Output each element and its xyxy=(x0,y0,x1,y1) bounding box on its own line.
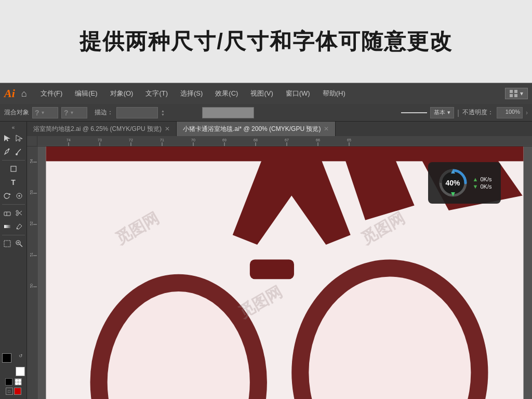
line-style-control xyxy=(401,112,427,113)
ruler-horizontal: 74 73 72 71 70 69 xyxy=(37,136,532,147)
progress-percent-text: 40% xyxy=(446,179,460,187)
svg-point-10 xyxy=(16,210,18,212)
svg-text:73: 73 xyxy=(98,138,102,142)
quick-mask-button[interactable] xyxy=(14,388,21,395)
mixed-object-label: 混合对象 xyxy=(4,108,29,117)
stroke-width-input[interactable] xyxy=(116,107,158,118)
stroke-down-icon: ▼ xyxy=(161,113,165,116)
download-speed-row: ▼ 0K/s xyxy=(473,183,492,190)
menu-help[interactable]: 帮助(H) xyxy=(317,87,351,100)
svg-text:51: 51 xyxy=(30,252,33,257)
gradient-tool-button[interactable] xyxy=(2,221,13,232)
direct-select-tool-button[interactable] xyxy=(14,132,25,144)
workspace-button[interactable]: ▾ xyxy=(505,88,528,99)
scissors-tool-button[interactable] xyxy=(14,207,25,219)
tab-1-label: 浴室简约地毯2.ai @ 6.25% (CMYK/GPU 预览) xyxy=(33,125,162,134)
svg-text:67: 67 xyxy=(285,138,289,142)
stroke-question-icon: ? xyxy=(64,109,69,117)
stroke-select[interactable]: ? ▾ xyxy=(61,107,87,118)
artwork-canvas: 觅图网 觅图网 觅图网 xyxy=(37,147,532,399)
svg-marker-0 xyxy=(4,135,10,141)
svg-text:70: 70 xyxy=(191,138,195,142)
canvas-area[interactable]: 74 73 72 71 70 69 xyxy=(27,136,532,399)
stroke-stepper[interactable]: ▲ ▼ xyxy=(161,109,165,116)
erase-tools xyxy=(0,206,26,220)
svg-marker-5 xyxy=(9,193,11,195)
line-preview xyxy=(401,112,427,113)
menu-object[interactable]: 对象(O) xyxy=(105,87,139,100)
fill-select[interactable]: ? ▾ xyxy=(32,107,58,118)
rotate-tool-button[interactable] xyxy=(2,190,13,202)
none-swatch[interactable] xyxy=(15,378,22,385)
menu-type[interactable]: 文字(T) xyxy=(140,87,173,100)
opacity-label: 不透明度： xyxy=(462,108,494,117)
tool-divider-2 xyxy=(2,204,25,205)
select-tools xyxy=(0,131,26,145)
panel-collapse-button[interactable]: « xyxy=(11,124,16,131)
ai-logo: Ai xyxy=(4,87,15,100)
speed-info: ▲ 0K/s ▼ 0K/s xyxy=(473,176,492,190)
style-dropdown[interactable]: 基本 ▾ xyxy=(430,107,454,118)
tab-file-1[interactable]: 浴室简约地毯2.ai @ 6.25% (CMYK/GPU 预览) ✕ xyxy=(27,122,177,136)
menu-file[interactable]: 文件(F) xyxy=(35,87,68,100)
control-bar-end-arrow[interactable]: › xyxy=(526,109,528,116)
stroke-color-swatch[interactable] xyxy=(16,367,25,376)
menu-effect[interactable]: 效果(C) xyxy=(210,87,243,100)
svg-rect-8 xyxy=(4,212,10,216)
tab-2-close-button[interactable]: ✕ xyxy=(324,125,329,132)
scale-tool-button[interactable] xyxy=(14,190,25,202)
tab-bar: 浴室简约地毯2.ai @ 6.25% (CMYK/GPU 预览) ✕ 小猪卡通浴… xyxy=(27,122,532,136)
type-tool-button[interactable]: T xyxy=(8,177,19,188)
menu-bar: Ai ⌂ 文件(F) 编辑(E) 对象(O) 文字(T) 选择(S) 效果(C)… xyxy=(0,83,532,104)
svg-rect-4 xyxy=(11,166,16,171)
fill-color-swatch[interactable] xyxy=(2,353,11,363)
stroke-dropdown-icon: ▾ xyxy=(71,110,73,115)
not-icon: | xyxy=(457,109,459,117)
brush-tool-button[interactable] xyxy=(14,146,25,157)
tab-file-2[interactable]: 小猪卡通浴室地毯.ai* @ 200% (CMYK/GPU 预览) ✕ xyxy=(177,122,336,136)
menu-edit[interactable]: 编辑(E) xyxy=(70,87,102,100)
reset-colors-icon[interactable]: ↺ xyxy=(19,353,25,360)
opacity-value: 100% xyxy=(506,109,520,115)
eraser-tool-button[interactable] xyxy=(2,207,13,219)
svg-text:65: 65 xyxy=(347,138,351,142)
upload-speed-row: ▲ 0K/s xyxy=(473,176,492,182)
opacity-input[interactable]: 100% xyxy=(497,107,523,118)
type-tools: T xyxy=(0,176,26,189)
stroke-color-input[interactable] xyxy=(202,107,254,118)
svg-marker-1 xyxy=(16,135,22,141)
ruler-vertical: 54 53 52 51 50 xyxy=(27,147,37,399)
shape-tools xyxy=(0,162,26,176)
artboard-tool-button[interactable] xyxy=(2,238,13,249)
ai-application: Ai ⌂ 文件(F) 编辑(E) 对象(O) 文字(T) 选择(S) 效果(C)… xyxy=(0,83,532,399)
canvas-container: 浴室简约地毯2.ai @ 6.25% (CMYK/GPU 预览) ✕ 小猪卡通浴… xyxy=(27,122,532,399)
svg-text:54: 54 xyxy=(30,159,33,163)
zoom-tool-button[interactable] xyxy=(14,238,25,249)
svg-text:53: 53 xyxy=(30,190,33,194)
home-icon[interactable]: ⌂ xyxy=(21,88,27,99)
upload-speed-value: 0K/s xyxy=(480,176,491,182)
select-tool-button[interactable] xyxy=(2,132,13,144)
svg-rect-59 xyxy=(46,147,523,161)
menu-select[interactable]: 选择(S) xyxy=(175,87,208,100)
top-banner: 提供两种尺寸/尺寸和字体可随意更改 xyxy=(0,0,532,83)
gradient-tools xyxy=(0,220,26,233)
screen-mode-button[interactable]: □ xyxy=(6,388,13,395)
eyedropper-tool-button[interactable] xyxy=(14,221,25,232)
progress-circle: 40% xyxy=(437,167,469,198)
svg-rect-16 xyxy=(4,241,10,247)
menu-view[interactable]: 视图(V) xyxy=(245,87,278,100)
rect-tool-button[interactable] xyxy=(8,163,19,175)
svg-text:52: 52 xyxy=(30,221,33,225)
svg-text:71: 71 xyxy=(160,138,164,142)
menu-window[interactable]: 窗口(W) xyxy=(281,87,315,100)
svg-rect-58 xyxy=(250,259,294,279)
black-swatch[interactable] xyxy=(5,378,12,385)
pen-tool-button[interactable] xyxy=(2,146,13,157)
svg-point-3 xyxy=(16,153,18,155)
tab-1-close-button[interactable]: ✕ xyxy=(165,125,170,132)
stroke-up-icon: ▲ xyxy=(161,109,165,113)
progress-overlay: 40% ▲ 0K/s ▼ xyxy=(428,162,501,204)
svg-text:66: 66 xyxy=(316,138,320,142)
style-dropdown-icon: ▾ xyxy=(447,109,450,116)
